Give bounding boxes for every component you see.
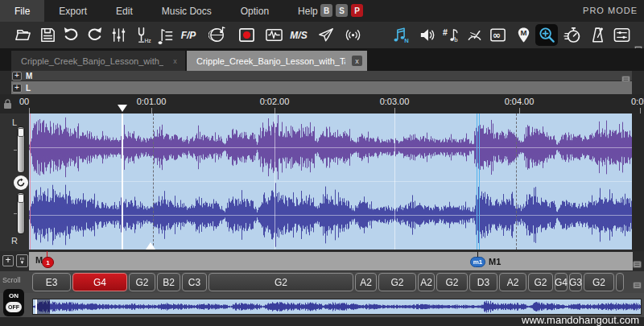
overview-view-window[interactable] — [35, 299, 50, 314]
time-ruler[interactable]: 000:01.000:02.000:03.000:04.000:05.00 — [0, 94, 644, 113]
tab-bar: Cripple_Creek_Banjo_Lesson_with_Tab.mp3x… — [0, 48, 644, 71]
note-block-g3[interactable]: G3 — [569, 273, 582, 291]
tab-2[interactable]: Cripple_Creek_Banjo_Lesson_with_Tab.mp3x — [187, 51, 367, 71]
lock-icon[interactable] — [3, 98, 12, 113]
note-block-g2[interactable]: G2 — [436, 273, 468, 291]
metronome-icon[interactable] — [586, 24, 609, 46]
save-icon[interactable] — [36, 24, 59, 46]
sharp-note-icon[interactable]: #b — [440, 24, 462, 46]
audio-editor-window: FileExportEditMusic DocsOptionHelpBSP PR… — [0, 0, 644, 326]
tuning-fork-hz-icon[interactable]: Hz — [130, 24, 153, 46]
broadcast-icon[interactable] — [341, 24, 364, 46]
waveform-panel: L R — [0, 113, 644, 251]
note-block-g4[interactable]: G4 — [555, 273, 568, 291]
tab-close-icon[interactable]: x — [352, 56, 362, 66]
ruler-tick-mark — [275, 108, 275, 113]
start-marker[interactable]: 1 — [42, 257, 54, 268]
scroll-on-button[interactable]: ON — [3, 292, 24, 299]
menu-item-music-docs[interactable]: Music Docs — [147, 0, 226, 22]
note-block-d3[interactable]: D3 — [469, 273, 497, 291]
note-block-a2[interactable]: A2 — [499, 273, 526, 291]
note-block-b2[interactable]: B2 — [157, 273, 180, 291]
open-folder-icon[interactable] — [11, 24, 34, 46]
watermark-text: www.mandohangout.com — [522, 314, 639, 326]
right-volume-slider[interactable] — [17, 192, 25, 234]
menu-item-export[interactable]: Export — [44, 0, 101, 22]
note-block-a2[interactable]: A2 — [355, 273, 377, 291]
beat-gridline — [394, 113, 395, 250]
menu-item-option[interactable]: Option — [226, 0, 283, 22]
marker-m-icon[interactable]: M — [512, 24, 535, 46]
notes-n-icon[interactable]: N — [389, 24, 411, 46]
tab-label: Cripple_Creek_Banjo_Lesson_with_Tab.mp3 — [21, 56, 163, 66]
ruler-tick-mark — [640, 108, 641, 113]
track-row-l[interactable]: +L — [11, 81, 632, 94]
channel-controls: L R — [0, 113, 29, 251]
loop-mode-button[interactable] — [14, 175, 28, 190]
m1-marker-line — [477, 113, 477, 250]
stereo-waveform[interactable] — [29, 113, 632, 250]
ms-icon[interactable]: M/S — [287, 24, 310, 46]
note-block-g2[interactable]: G2 — [129, 273, 155, 291]
toolbar: HzF/PM/SN#b∞M — [0, 22, 644, 48]
waveform-monitor-icon[interactable] — [262, 24, 285, 46]
ruler-tick-mark — [29, 108, 30, 113]
tab-1[interactable]: Cripple_Creek_Banjo_Lesson_with_Tab.mp3x — [11, 51, 185, 71]
note-block-c3[interactable]: C3 — [182, 273, 207, 291]
ruler-tick-label: 0:03.00 — [380, 97, 410, 106]
row-menu-icon[interactable] — [633, 257, 642, 271]
redo-icon[interactable] — [83, 24, 105, 46]
section-gridline — [516, 113, 517, 250]
playhead-bottom-handle[interactable] — [146, 242, 155, 250]
loop-infinity-icon[interactable]: ∞ — [486, 24, 509, 46]
badge-s[interactable]: S — [336, 4, 348, 17]
expand-button[interactable]: + — [12, 72, 22, 80]
fp-icon[interactable]: F/P — [177, 24, 200, 46]
note-block-g4[interactable]: G4 — [72, 273, 127, 291]
menu-item-file[interactable]: File — [0, 0, 44, 22]
overview-canvas[interactable] — [33, 299, 641, 314]
marker-dropdown-button[interactable]: m▼ — [16, 254, 28, 267]
note-block-g2[interactable]: G2 — [208, 273, 353, 291]
dial-icon[interactable] — [463, 24, 485, 46]
left-volume-slider[interactable] — [17, 126, 25, 173]
note-lane-menu-icon[interactable] — [633, 278, 642, 292]
tab-close-icon[interactable]: x — [170, 56, 180, 66]
undo-icon[interactable] — [60, 24, 82, 46]
m1-marker-pill[interactable]: m1 — [470, 257, 485, 267]
overview-waveform[interactable] — [32, 299, 642, 315]
note-block-e3[interactable]: E3 — [32, 273, 71, 291]
section-gridline — [153, 113, 154, 250]
svg-text:Hz: Hz — [144, 38, 151, 43]
note-list-icon[interactable] — [154, 24, 176, 46]
scroll-off-button[interactable]: OFF — [6, 302, 22, 312]
record-icon[interactable] — [235, 24, 258, 46]
marker-row: + m▼ M 1 m1 M1 — [0, 251, 644, 271]
note-block-a2[interactable]: A2 — [418, 273, 435, 291]
add-track-button[interactable]: + — [2, 255, 14, 266]
mixer-icon[interactable] — [107, 24, 130, 46]
marker-strip[interactable]: M 1 m1 M1 — [29, 252, 633, 270]
send-icon[interactable] — [314, 24, 336, 46]
expand-button[interactable]: + — [12, 84, 22, 93]
stopwatch-icon[interactable] — [561, 24, 584, 46]
right-gutter — [632, 113, 644, 251]
scroll-label: Scroll — [2, 276, 21, 284]
zoom-in-icon[interactable] — [535, 24, 558, 46]
badge-p[interactable]: P — [351, 4, 363, 17]
playhead-handle[interactable] — [118, 105, 127, 112]
badge-b[interactable]: B — [320, 4, 332, 17]
note-block-g2[interactable]: G2 — [528, 273, 553, 291]
speaker-icon[interactable] — [415, 24, 438, 46]
track-row-m[interactable]: +M — [11, 71, 632, 80]
track-row-label: L — [26, 84, 31, 93]
note-block-partial[interactable] — [616, 273, 624, 291]
eq-settings-icon[interactable] — [610, 24, 633, 46]
menu-item-edit[interactable]: Edit — [101, 0, 147, 22]
tab-label: Cripple_Creek_Banjo_Lesson_with_Tab.mp3 — [196, 56, 345, 66]
track-row-label: M — [26, 72, 32, 80]
menu-badges: BSP — [320, 4, 363, 17]
note-block-g2[interactable]: G2 — [584, 273, 614, 291]
note-block-g2[interactable]: G2 — [378, 273, 416, 291]
globe-note-icon[interactable] — [206, 24, 229, 46]
